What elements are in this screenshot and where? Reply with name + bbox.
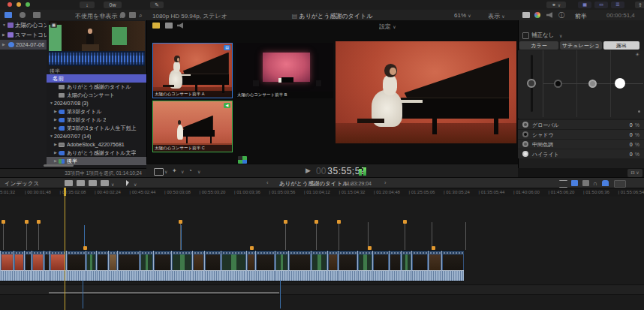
exposure-param-value[interactable]: 0 <box>630 149 633 159</box>
browser-scrollbar[interactable] <box>44 164 74 167</box>
browser-list-item[interactable]: ▶第3部タイトル 2 <box>47 116 146 124</box>
toggle-inspector-button[interactable]: ☰ <box>611 2 624 8</box>
chevron-down-icon[interactable]: ∨ <box>559 33 562 38</box>
chapter-marker-icon[interactable] <box>25 220 29 224</box>
disclosure-open-icon[interactable]: ▼ <box>2 20 6 30</box>
tab-saturation[interactable]: サチュレーション <box>560 41 602 50</box>
timeline-clip-segment[interactable] <box>441 251 464 281</box>
timeline-clip-segment[interactable] <box>428 251 441 281</box>
angle-grid-layout-icon[interactable] <box>238 156 247 164</box>
exposure-row-midtone[interactable]: 中間色調0% <box>518 139 644 149</box>
overwrite-clip-icon[interactable] <box>101 180 109 186</box>
timeline-clip-segment[interactable] <box>0 251 14 281</box>
angle-thumb-c[interactable]: ◀ 太陽の心コンサート前半 C <box>152 101 233 152</box>
next-project-icon[interactable]: › <box>384 179 387 186</box>
browser-list-item[interactable]: ▶第3部の1タイトル人生下剋上 <box>47 124 146 132</box>
search-icon[interactable]: ⌕ <box>139 12 142 20</box>
correction-row[interactable]: 補正なし ∨ <box>518 30 644 40</box>
angle-thumb-a[interactable]: ▤ 太陽の心コンサート前半 A <box>152 43 233 98</box>
timeline-clip-segment[interactable] <box>117 251 140 281</box>
hide-rejected-filter[interactable]: 不使用を非表示 ∨ <box>75 12 122 20</box>
timeline-clip-segment[interactable] <box>24 251 32 281</box>
chevron-down-icon[interactable]: ∨ <box>181 169 184 174</box>
playhead-head[interactable] <box>64 188 66 196</box>
timeline-clip-segment[interactable] <box>66 251 86 281</box>
timeline-clip-segment[interactable] <box>372 251 389 281</box>
clip-appearance-button[interactable] <box>614 180 626 188</box>
clip-edge-marker-icon[interactable] <box>250 246 254 250</box>
exposure-row-highlight[interactable]: ハイライト0% <box>518 149 644 158</box>
browser-list-item[interactable]: ▶第3部タイトル <box>47 107 146 116</box>
timeline-clip-segment[interactable] <box>32 251 44 281</box>
chapter-marker-icon[interactable] <box>403 220 407 224</box>
browser-list-item[interactable]: ▼2024/07/07 (14) <box>47 132 146 140</box>
viewer-zoom-menu[interactable]: 61% ∨ <box>454 12 471 19</box>
timeline-display-options-button[interactable]: ⊡ ∨ <box>627 169 642 177</box>
multicam-clip-band[interactable] <box>0 250 464 281</box>
index-button[interactable]: インデックス <box>5 180 39 188</box>
keyword-shortcut-pill[interactable]: 0w <box>104 2 122 8</box>
clip-edge-marker-icon[interactable] <box>432 246 435 250</box>
exposure-row-global[interactable]: グローバル0% <box>518 119 644 129</box>
timeline-clip-segment[interactable] <box>44 251 50 281</box>
crop-tool-icon[interactable] <box>154 168 164 176</box>
timeline-clip-segment[interactable] <box>411 251 428 281</box>
timeline-clip-segment[interactable] <box>311 251 327 281</box>
exposure-param-value[interactable]: 0 <box>630 120 633 130</box>
minimize-window-icon[interactable] <box>17 2 21 7</box>
exposure-param-value[interactable]: 0 <box>630 130 633 140</box>
zoom-window-icon[interactable] <box>26 2 30 7</box>
timeline-clip-segment[interactable] <box>108 251 117 281</box>
timeline-clip-segment[interactable] <box>192 251 204 281</box>
timeline-clip-segment[interactable] <box>357 251 372 281</box>
playhead[interactable] <box>65 188 65 310</box>
audio-meter-right[interactable] <box>363 166 366 176</box>
timeline-project-menu[interactable]: ありがとう感謝のタイトル ∨ <box>279 180 353 188</box>
sidebar-tab-photos-icon[interactable] <box>20 12 26 18</box>
timeline-clip-segment[interactable] <box>255 251 275 281</box>
audio-skimming-icon[interactable] <box>582 180 589 186</box>
extensions-button[interactable]: ⚭ ∨ <box>546 2 566 8</box>
sidebar-tab-titles-icon[interactable] <box>33 12 41 18</box>
effects-wand-icon[interactable]: ✦ <box>172 167 177 174</box>
timeline-clip-segment[interactable] <box>96 251 108 281</box>
exposure-param-value[interactable]: 0 <box>630 140 633 149</box>
timeline-clip-segment[interactable] <box>401 251 411 281</box>
timeline-clip-segment[interactable] <box>327 251 338 281</box>
tools-button[interactable]: ✎ <box>150 2 164 8</box>
browser-list-item[interactable]: ありがとう感謝のタイトル <box>47 83 146 91</box>
clip-edge-marker-icon[interactable] <box>368 246 372 250</box>
timeline-clip-segment[interactable] <box>86 251 96 281</box>
arrow-tool-icon[interactable] <box>126 180 129 186</box>
disclosure-closed-icon[interactable]: ▶ <box>2 30 6 40</box>
timeline-clip-segment[interactable] <box>246 251 255 281</box>
browser-list-item[interactable]: ▼2024/07/08 (3) <box>47 99 146 107</box>
disclosure-closed-icon[interactable]: ▶ <box>2 40 7 50</box>
chapter-marker-icon[interactable] <box>337 220 341 224</box>
midtones-puck[interactable] <box>588 80 597 88</box>
import-media-button[interactable]: ↓ <box>80 2 95 8</box>
clip-edge-marker-icon[interactable] <box>83 246 87 250</box>
chapter-marker-icon[interactable] <box>37 220 41 224</box>
exposure-row-shadow[interactable]: シャドウ0% <box>518 129 644 139</box>
chapter-marker-icon[interactable] <box>284 220 287 224</box>
previous-project-icon[interactable]: ‹ <box>266 179 269 186</box>
timeline-clip-segment[interactable] <box>50 251 66 281</box>
timeline-clip-segment[interactable] <box>171 251 192 281</box>
timeline-clip-segment[interactable] <box>153 251 171 281</box>
sidebar-item-library[interactable]: ▼ 太陽の心コン… <box>0 20 47 30</box>
toggle-browser-button[interactable]: ▦ <box>578 2 591 8</box>
timeline-clip-segment[interactable] <box>204 251 221 281</box>
browser-list-item[interactable]: ▶ありがとう感謝タイトル文字 <box>47 149 146 157</box>
audio-meter-left[interactable] <box>359 166 362 176</box>
connected-clip-line[interactable] <box>49 292 279 293</box>
tab-color[interactable]: カラー <box>519 41 558 50</box>
timeline-clip-segment[interactable] <box>389 251 401 281</box>
skimming-icon[interactable] <box>571 180 578 186</box>
faces-filter-icon[interactable] <box>120 12 125 18</box>
close-window-icon[interactable] <box>8 2 12 7</box>
chevron-down-icon[interactable]: ∨ <box>134 182 137 187</box>
timeline-clip-segment[interactable] <box>338 251 357 281</box>
insert-clip-icon[interactable] <box>77 180 85 186</box>
toggle-timeline-button[interactable]: ▭ <box>594 2 608 8</box>
